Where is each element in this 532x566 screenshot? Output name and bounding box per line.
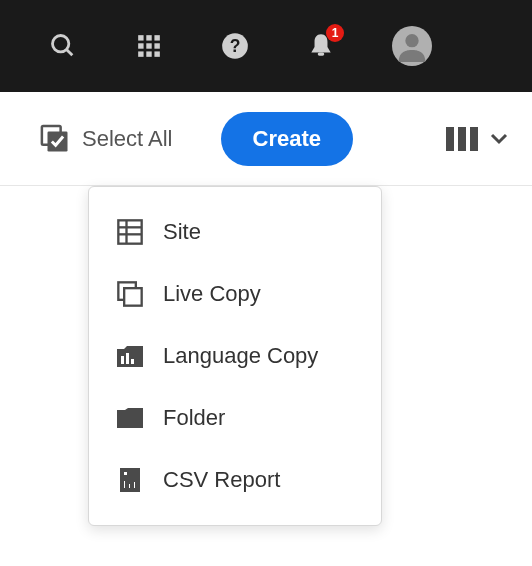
- svg-rect-8: [138, 51, 143, 56]
- svg-rect-5: [138, 43, 143, 48]
- svg-rect-34: [123, 480, 126, 489]
- menu-item-csv-report[interactable]: CSV Report: [89, 449, 381, 511]
- svg-rect-25: [124, 288, 142, 306]
- menu-item-label: Folder: [163, 405, 225, 431]
- svg-point-0: [53, 36, 69, 52]
- svg-rect-13: [318, 52, 324, 55]
- menu-item-folder[interactable]: Folder: [89, 387, 381, 449]
- svg-line-1: [67, 50, 73, 56]
- svg-rect-2: [138, 35, 143, 40]
- live-copy-icon: [115, 279, 145, 309]
- svg-rect-27: [126, 353, 129, 364]
- folder-icon: [115, 403, 145, 433]
- svg-rect-29: [117, 413, 143, 428]
- svg-point-14: [405, 34, 418, 47]
- view-switcher[interactable]: [446, 125, 508, 153]
- action-bar: Select All Create: [0, 92, 532, 186]
- create-dropdown: Site Live Copy Language Copy: [88, 186, 382, 526]
- svg-rect-33: [130, 475, 137, 477]
- menu-item-live-copy[interactable]: Live Copy: [89, 263, 381, 325]
- top-bar: ? 1: [0, 0, 532, 92]
- svg-rect-35: [128, 483, 131, 489]
- svg-rect-32: [130, 471, 137, 473]
- svg-rect-31: [123, 471, 128, 476]
- columns-icon: [446, 125, 480, 153]
- select-all-button[interactable]: Select All: [40, 124, 173, 154]
- notifications-button[interactable]: 1: [278, 0, 364, 92]
- menu-item-label: Live Copy: [163, 281, 261, 307]
- svg-rect-26: [121, 356, 124, 364]
- svg-rect-36: [133, 481, 136, 489]
- menu-item-label: CSV Report: [163, 467, 280, 493]
- avatar-icon: [392, 26, 432, 66]
- svg-rect-10: [154, 51, 159, 56]
- menu-item-label: Site: [163, 219, 201, 245]
- help-button[interactable]: ?: [192, 0, 278, 92]
- svg-rect-19: [470, 127, 478, 151]
- menu-item-label: Language Copy: [163, 343, 318, 369]
- apps-grid-icon: [136, 33, 162, 59]
- svg-rect-18: [458, 127, 466, 151]
- help-icon: ?: [221, 32, 249, 60]
- svg-rect-3: [146, 35, 151, 40]
- language-copy-icon: [115, 341, 145, 371]
- csv-report-icon: [115, 465, 145, 495]
- svg-rect-9: [146, 51, 151, 56]
- svg-rect-28: [131, 359, 134, 364]
- chevron-down-icon: [490, 133, 508, 145]
- menu-item-site[interactable]: Site: [89, 201, 381, 263]
- create-button-label: Create: [253, 126, 321, 151]
- bell-icon: 1: [308, 32, 334, 60]
- svg-rect-20: [118, 220, 141, 243]
- svg-rect-7: [154, 43, 159, 48]
- menu-item-language-copy[interactable]: Language Copy: [89, 325, 381, 387]
- svg-text:?: ?: [230, 36, 241, 56]
- search-button[interactable]: [20, 0, 106, 92]
- select-all-label: Select All: [82, 126, 173, 152]
- site-icon: [115, 217, 145, 247]
- svg-rect-6: [146, 43, 151, 48]
- select-all-icon: [40, 124, 70, 154]
- svg-rect-17: [446, 127, 454, 151]
- search-icon: [49, 32, 77, 60]
- create-button[interactable]: Create: [221, 112, 353, 166]
- apps-button[interactable]: [106, 0, 192, 92]
- user-avatar[interactable]: [364, 0, 460, 92]
- svg-rect-4: [154, 35, 159, 40]
- notification-badge: 1: [326, 24, 344, 42]
